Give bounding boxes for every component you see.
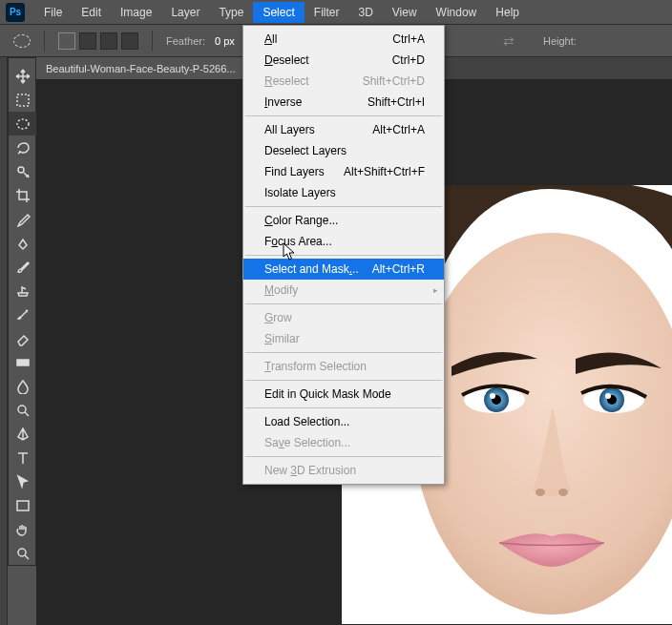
rectangle-tool[interactable] [9,493,37,517]
menu-edit[interactable]: Edit [72,2,111,23]
svg-point-17 [536,489,545,496]
menuitem-label: All [264,31,277,47]
menuitem-label: Color Range... [264,213,338,228]
menu-layer[interactable]: Layer [161,2,209,23]
menuitem-all-layers[interactable]: All LayersAlt+Ctrl+A [243,119,444,140]
clone-stamp-tool[interactable] [9,279,37,302]
menuitem-label: New 3D Extrusion [264,463,356,478]
document-tab[interactable]: Beautiful-Woman-Face-Beauty-P-5266... [36,57,246,79]
dodge-tool[interactable] [9,398,37,422]
menuitem-isolate-layers[interactable]: Isolate Layers [243,182,444,203]
svg-point-16 [605,393,611,399]
menuitem-deselect[interactable]: DeselectCtrl+D [243,50,444,71]
svg-point-2 [18,167,24,173]
menu-select[interactable]: Select [253,2,304,23]
menubar: Ps FileEditImageLayerTypeSelectFilter3DV… [0,0,672,25]
rectangular-marquee-tool[interactable] [9,88,37,112]
svg-point-5 [18,406,26,413]
menuitem-inverse[interactable]: InverseShift+Ctrl+I [243,92,444,113]
menu-help[interactable]: Help [486,2,529,23]
menuitem-modify: Modify [243,280,444,301]
hand-tool[interactable] [9,517,37,541]
elliptical-marquee-icon[interactable] [13,34,31,48]
gradient-tool[interactable] [9,350,37,374]
menuitem-select-and-mask[interactable]: Select and Mask...Alt+Ctrl+R [243,259,444,280]
svg-rect-0 [17,94,29,106]
menu-separator [245,206,442,207]
menu-separator [245,407,442,408]
menuitem-label: Reselect [264,73,309,89]
feather-value[interactable]: 0 px [215,35,235,47]
pen-tool[interactable] [9,422,37,446]
photoshop-logo: Ps [6,3,25,22]
healing-brush-tool[interactable] [9,231,37,255]
history-brush-tool[interactable] [9,302,37,326]
add-to-selection-button[interactable] [79,32,96,50]
menuitem-all[interactable]: AllCtrl+A [243,29,444,50]
eyedropper-tool[interactable] [9,207,37,231]
elliptical-marquee-tool[interactable] [9,112,37,135]
menu-file[interactable]: File [34,2,72,23]
menuitem-shortcut: Alt+Shift+Ctrl+F [344,164,425,179]
menuitem-shortcut: Ctrl+D [392,52,425,68]
intersect-selection-button[interactable] [121,32,138,50]
blur-tool[interactable] [9,374,37,398]
menuitem-label: Isolate Layers [264,185,336,200]
menuitem-label: Transform Selection [264,359,367,374]
menuitem-label: Focus Area... [264,234,332,249]
menuitem-shortcut: Shift+Ctrl+I [368,94,425,110]
menu-3d[interactable]: 3D [348,2,382,23]
menuitem-label: All Layers [264,122,315,137]
svg-rect-3 [17,360,29,365]
type-tool[interactable] [9,446,37,469]
lasso-tool[interactable] [9,135,37,159]
menuitem-label: Deselect Layers [264,143,346,158]
menuitem-new-3d-extrusion: New 3D Extrusion [243,460,444,481]
menuitem-label: Save Selection... [264,435,350,450]
menuitem-transform-selection: Transform Selection [243,356,444,377]
brush-tool[interactable] [9,255,37,279]
menu-image[interactable]: Image [111,2,161,23]
feather-label: Feather: [166,35,205,47]
selection-mode-group [58,32,138,50]
menuitem-reselect: ReselectShift+Ctrl+D [243,71,444,92]
tools-panel [8,57,36,566]
menuitem-color-range[interactable]: Color Range... [243,210,444,231]
menu-separator [245,456,442,457]
path-selection-tool[interactable] [9,469,37,493]
menuitem-label: Inverse [264,94,302,110]
menuitem-edit-in-quick-mask-mode[interactable]: Edit in Quick Mask Mode [243,384,444,405]
menuitem-label: Modify [264,282,298,298]
swap-dimensions-icon[interactable]: ⇄ [503,33,514,49]
menuitem-similar: Similar [243,328,444,349]
menu-filter[interactable]: Filter [304,2,349,23]
menu-view[interactable]: View [383,2,427,23]
menuitem-label: Select and Mask... [264,261,359,277]
menuitem-deselect-layers[interactable]: Deselect Layers [243,140,444,161]
quick-selection-tool[interactable] [9,159,37,183]
menuitem-shortcut: Alt+Ctrl+A [372,122,425,137]
menu-type[interactable]: Type [209,2,253,23]
eraser-tool[interactable] [9,326,37,350]
subtract-selection-button[interactable] [100,32,117,50]
move-tool[interactable] [9,64,37,88]
svg-rect-6 [17,501,29,510]
menuitem-load-selection[interactable]: Load Selection... [243,411,444,432]
svg-point-7 [18,549,26,556]
zoom-tool[interactable] [9,541,37,565]
menuitem-shortcut: Shift+Ctrl+D [363,73,425,89]
svg-point-18 [558,489,568,496]
menu-separator [245,255,442,256]
menuitem-find-layers[interactable]: Find LayersAlt+Shift+Ctrl+F [243,161,444,182]
menu-separator [245,115,442,116]
menu-window[interactable]: Window [427,2,487,23]
crop-tool[interactable] [9,183,37,207]
menuitem-label: Similar [264,331,300,346]
menuitem-shortcut: Ctrl+A [392,31,425,47]
menuitem-label: Find Layers [264,164,325,179]
menu-separator [245,380,442,381]
select-menu-dropdown: AllCtrl+ADeselectCtrl+DReselectShift+Ctr… [242,25,445,485]
panel-strip [0,57,8,625]
menuitem-focus-area[interactable]: Focus Area... [243,231,444,252]
new-selection-button[interactable] [58,32,75,50]
